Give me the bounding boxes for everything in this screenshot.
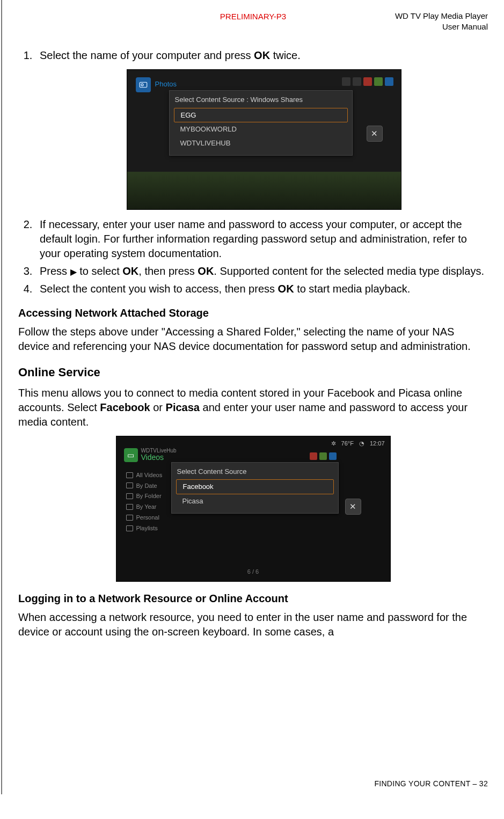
step-2-text: If necessary, enter your user name and p… bbox=[40, 218, 467, 259]
nav-tiles bbox=[310, 452, 337, 460]
nav-tile bbox=[353, 77, 361, 86]
title-line-1: WD TV Play Media Player bbox=[395, 11, 488, 20]
background-scenery bbox=[127, 172, 401, 209]
breadcrumb-section: Videos bbox=[141, 452, 164, 463]
left-nav-label: All Videos bbox=[136, 471, 163, 479]
step-3-p3: , then press bbox=[138, 265, 198, 277]
footer-section: FINDING YOUR CONTENT – bbox=[374, 779, 479, 788]
step-4-b1: OK bbox=[278, 283, 294, 295]
left-nav-label: Personal bbox=[136, 514, 159, 522]
online-b2: Picasa bbox=[166, 401, 200, 413]
status-time: 12:07 bbox=[370, 440, 385, 448]
step-1: Select the name of your computer and pre… bbox=[35, 48, 488, 210]
heading-nas: Accessing Network Attached Storage bbox=[18, 306, 488, 320]
status-temp: 76°F bbox=[341, 440, 354, 448]
folder-icon bbox=[126, 472, 133, 478]
share-item-selected: EGG bbox=[174, 108, 348, 123]
content-source-popup: Select Content Source Facebook Picasa bbox=[171, 462, 339, 514]
page-header: PRELIMINARY-P3 WD TV Play Media Player U… bbox=[18, 11, 488, 32]
step-4-p2: to start media playback. bbox=[294, 283, 411, 295]
step-4-p1: Select the content you wish to access, t… bbox=[40, 283, 278, 295]
online-p2: or bbox=[150, 401, 166, 413]
step-4: Select the content you wish to access, t… bbox=[35, 282, 488, 296]
page-content: Select the name of your computer and pre… bbox=[18, 48, 488, 639]
service-item: Picasa bbox=[176, 494, 334, 508]
paragraph-login: When accessing a network resource, you n… bbox=[18, 610, 488, 639]
page-footer: FINDING YOUR CONTENT – 32 bbox=[374, 779, 488, 788]
paragraph-nas: Follow the steps above under "Accessing … bbox=[18, 325, 488, 354]
step-3-b2: OK bbox=[198, 265, 214, 277]
nav-tile bbox=[385, 77, 393, 86]
step-3-p4: . Supported content for the selected med… bbox=[214, 265, 484, 277]
step-2: If necessary, enter your user name and p… bbox=[35, 217, 488, 261]
left-nav-label: By Date bbox=[136, 482, 157, 490]
weather-icon: ✲ bbox=[331, 440, 336, 448]
popup-title: Select Content Source : Windows Shares bbox=[170, 91, 352, 108]
left-nav-item: By Folder bbox=[126, 492, 163, 500]
document-page: PRELIMINARY-P3 WD TV Play Media Player U… bbox=[1, 0, 504, 794]
heading-online-service: Online Service bbox=[18, 364, 488, 381]
preliminary-stamp: PRELIMINARY-P3 bbox=[220, 12, 286, 21]
close-icon: ✕ bbox=[367, 126, 383, 142]
footer-page-number: 32 bbox=[479, 779, 488, 788]
paragraph-online-service: This menu allows you to connect to media… bbox=[18, 386, 488, 429]
online-b1: Facebook bbox=[100, 401, 150, 413]
left-nav-label: By Year bbox=[136, 503, 157, 511]
instruction-list: Select the name of your computer and pre… bbox=[18, 48, 488, 296]
photos-icon bbox=[136, 77, 151, 92]
nav-tile bbox=[374, 77, 383, 86]
screenshot-windows-shares: Photos Select Content Source : Windows S… bbox=[127, 69, 401, 210]
nav-tile bbox=[342, 77, 350, 86]
step-3: Press ▶ to select OK, then press OK. Sup… bbox=[35, 264, 488, 279]
left-nav-list: All Videos By Date By Folder By Year Per… bbox=[126, 469, 163, 535]
left-nav-item: By Date bbox=[126, 482, 163, 490]
step-3-p2: to select bbox=[77, 265, 123, 277]
nav-tile bbox=[363, 77, 372, 86]
step-3-p1: Press bbox=[40, 265, 70, 277]
status-bar: ✲ 76°F ◔ 12:07 bbox=[331, 440, 385, 448]
left-nav-label: Playlists bbox=[136, 524, 158, 532]
svg-point-1 bbox=[141, 84, 143, 86]
popup-list: EGG MYBOOKWORLD WDTVLIVEHUB bbox=[170, 108, 352, 156]
left-nav-item: Personal bbox=[126, 514, 163, 522]
screenshot-online-service: ✲ 76°F ◔ 12:07 ▭ WDTVLiveHub Videos All … bbox=[116, 436, 391, 582]
folder-icon bbox=[126, 515, 133, 521]
step-1-bold: OK bbox=[254, 49, 270, 61]
nav-tile bbox=[329, 452, 337, 460]
left-nav-item: All Videos bbox=[126, 471, 163, 479]
nav-tiles bbox=[342, 77, 393, 86]
left-nav-item: By Year bbox=[126, 503, 163, 511]
popup-title: Select Content Source bbox=[172, 463, 338, 480]
pager-indicator: 6 / 6 bbox=[247, 568, 259, 576]
folder-icon bbox=[126, 493, 133, 499]
heading-login: Logging in to a Network Resource or Onli… bbox=[18, 591, 488, 606]
step-1-text-post: twice. bbox=[270, 49, 301, 61]
left-nav-label: By Folder bbox=[136, 492, 162, 500]
document-title: WD TV Play Media Player User Manual bbox=[395, 11, 488, 32]
nav-tile bbox=[319, 452, 327, 460]
nav-tile bbox=[310, 452, 317, 460]
close-icon: ✕ bbox=[345, 499, 361, 515]
step-3-b1: OK bbox=[122, 265, 138, 277]
share-item: MYBOOKWORLD bbox=[174, 122, 348, 136]
clock-icon: ◔ bbox=[359, 440, 364, 448]
content-source-popup: Select Content Source : Windows Shares E… bbox=[169, 90, 353, 156]
photos-label: Photos bbox=[155, 79, 177, 89]
videos-icon: ▭ bbox=[124, 448, 138, 462]
popup-list: Facebook Picasa bbox=[172, 479, 338, 513]
share-item: WDTVLIVEHUB bbox=[174, 136, 348, 150]
right-arrow-icon: ▶ bbox=[70, 267, 77, 276]
folder-icon bbox=[126, 525, 133, 531]
folder-icon bbox=[126, 482, 133, 488]
step-1-text-pre: Select the name of your computer and pre… bbox=[40, 49, 254, 61]
folder-icon bbox=[126, 504, 133, 510]
title-line-2: User Manual bbox=[442, 22, 488, 31]
service-item-selected: Facebook bbox=[176, 479, 334, 494]
left-nav-item: Playlists bbox=[126, 524, 163, 532]
